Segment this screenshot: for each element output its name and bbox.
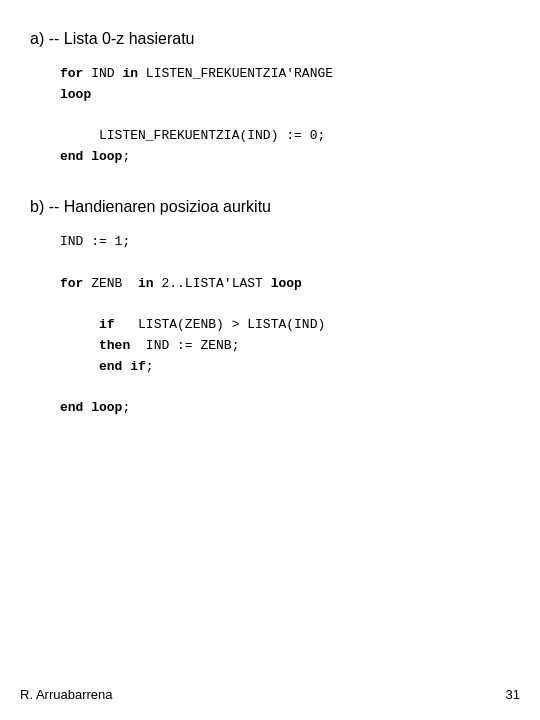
- keyword-loop: loop: [271, 276, 302, 291]
- code-line: end loop;: [60, 398, 510, 419]
- keyword-end: end: [60, 400, 83, 415]
- code-line: for IND in LISTEN_FREKUENTZIA'RANGE: [60, 64, 510, 85]
- code-line: then IND := ZENB;: [60, 336, 510, 357]
- keyword-in: in: [138, 276, 154, 291]
- keyword-for: for: [60, 276, 83, 291]
- keyword-end: end: [60, 149, 83, 164]
- keyword-end: end: [99, 359, 122, 374]
- code-line: end loop;: [60, 147, 510, 168]
- code-line: [60, 294, 510, 315]
- keyword-if: if: [99, 317, 115, 332]
- section-b-title: b) -- Handienaren posizioa aurkitu: [30, 198, 510, 216]
- code-line: IND := 1;: [60, 232, 510, 253]
- section-b: b) -- Handienaren posizioa aurkitu IND :…: [30, 198, 510, 419]
- code-line: [60, 106, 510, 127]
- keyword-loop: loop: [91, 149, 122, 164]
- code-line: [60, 253, 510, 274]
- footer-author: R. Arruabarrena: [20, 687, 113, 702]
- section-a-title: a) -- Lista 0-z hasieratu: [30, 30, 510, 48]
- keyword-loop: loop: [91, 400, 122, 415]
- keyword-if: if: [130, 359, 146, 374]
- footer: R. Arruabarrena 31: [20, 687, 520, 702]
- page-content: a) -- Lista 0-z hasieratu for IND in LIS…: [0, 0, 540, 720]
- code-line: if LISTA(ZENB) > LISTA(IND): [60, 315, 510, 336]
- keyword-for: for: [60, 66, 83, 81]
- section-a-code: for IND in LISTEN_FREKUENTZIA'RANGE loop…: [30, 64, 510, 168]
- code-line: [60, 378, 510, 399]
- keyword-loop: loop: [60, 87, 91, 102]
- section-b-code: IND := 1; for ZENB in 2..LISTA'LAST loop…: [30, 232, 510, 419]
- code-line: end if;: [60, 357, 510, 378]
- keyword-then: then: [99, 338, 130, 353]
- footer-page-number: 31: [506, 687, 520, 702]
- keyword-in: in: [122, 66, 138, 81]
- code-line: loop: [60, 85, 510, 106]
- code-line: LISTEN_FREKUENTZIA(IND) := 0;: [60, 126, 510, 147]
- code-line: for ZENB in 2..LISTA'LAST loop: [60, 274, 510, 295]
- section-a: a) -- Lista 0-z hasieratu for IND in LIS…: [30, 30, 510, 168]
